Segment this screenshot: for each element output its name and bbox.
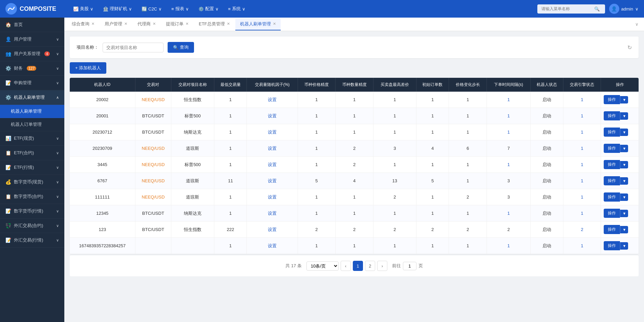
action-caret-btn[interactable]: ▼ xyxy=(620,210,628,217)
factor-link[interactable]: 设置 xyxy=(268,146,277,151)
factor-cell[interactable]: 设置 xyxy=(247,92,298,108)
sidebar-item-home[interactable]: 🏠 首页 xyxy=(0,18,64,32)
search-input[interactable] xyxy=(541,6,592,11)
tab-robot-orders[interactable]: 机器人刷单管理 ✕ xyxy=(235,18,281,30)
action-main-btn[interactable]: 操作 xyxy=(604,128,620,137)
nav-item-config[interactable]: ⚙️ 配置 ∨ xyxy=(194,4,223,14)
action-caret-btn[interactable]: ▼ xyxy=(620,145,628,152)
action-button-wrap[interactable]: 操作 ▼ xyxy=(604,241,636,250)
action-caret-btn[interactable]: ▼ xyxy=(620,129,628,136)
tab-withdraw[interactable]: 提现订单 ✕ xyxy=(161,18,193,30)
tab-close-robot[interactable]: ✕ xyxy=(273,22,276,26)
action-main-btn[interactable]: 操作 xyxy=(604,160,620,169)
sidebar-item-relations[interactable]: 👥 用户关系管理 4 ∨ xyxy=(0,47,64,61)
factor-link[interactable]: 设置 xyxy=(268,130,277,135)
sidebar-item-forex-market[interactable]: 📝 外汇交易(行情) ∨ xyxy=(0,233,64,248)
next-page-button[interactable]: › xyxy=(377,261,387,271)
action-cell[interactable]: 操作 ▼ xyxy=(601,92,639,108)
action-caret-btn[interactable]: ▼ xyxy=(620,242,628,250)
tab-close-agent[interactable]: ✕ xyxy=(153,22,156,26)
action-button-wrap[interactable]: 操作 ▼ xyxy=(604,144,636,153)
action-button-wrap[interactable]: 操作 ▼ xyxy=(604,225,636,234)
sidebar-item-crypto-market[interactable]: 📝 数字货币(行情) ∨ xyxy=(0,204,64,218)
tab-close-withdraw[interactable]: ✕ xyxy=(186,22,189,26)
add-robot-button[interactable]: + 添加机器人 xyxy=(70,62,106,74)
action-cell[interactable]: 操作 ▼ xyxy=(601,124,639,140)
action-button-wrap[interactable]: 操作 ▼ xyxy=(604,95,636,104)
action-caret-btn[interactable]: ▼ xyxy=(620,161,628,168)
action-button-wrap[interactable]: 操作 ▼ xyxy=(604,176,636,185)
factor-link[interactable]: 设置 xyxy=(268,211,277,216)
action-button-wrap[interactable]: 操作 ▼ xyxy=(604,160,636,169)
action-caret-btn[interactable]: ▼ xyxy=(620,226,628,233)
tab-close-user[interactable]: ✕ xyxy=(124,22,127,26)
sidebar-item-users[interactable]: 👤 用户管理 ∨ xyxy=(0,32,64,47)
nav-item-system[interactable]: ≡ 系统 ∨ xyxy=(224,4,250,14)
factor-cell[interactable]: 设置 xyxy=(247,140,298,157)
tab-close-general[interactable]: ✕ xyxy=(91,22,94,26)
action-cell[interactable]: 操作 ▼ xyxy=(601,173,639,189)
factor-link[interactable]: 设置 xyxy=(268,243,277,248)
action-button-wrap[interactable]: 操作 ▼ xyxy=(604,209,636,218)
sidebar-item-etf-contract[interactable]: 📋 ETF(合约) ∨ xyxy=(0,146,64,160)
action-main-btn[interactable]: 操作 xyxy=(604,111,620,120)
factor-cell[interactable]: 设置 xyxy=(247,157,298,173)
tab-etf-total[interactable]: ETF总类管理 ✕ xyxy=(194,18,235,30)
factor-cell[interactable]: 设置 xyxy=(247,205,298,222)
action-cell[interactable]: 操作 ▼ xyxy=(601,189,639,205)
factor-link[interactable]: 设置 xyxy=(268,227,277,232)
factor-link[interactable]: 设置 xyxy=(268,194,277,200)
factor-cell[interactable]: 设置 xyxy=(247,238,298,254)
action-cell[interactable]: 操作 ▼ xyxy=(601,222,639,238)
tab-general-query[interactable]: 综合查询 ✕ xyxy=(67,18,99,30)
action-cell[interactable]: 操作 ▼ xyxy=(601,205,639,222)
action-main-btn[interactable]: 操作 xyxy=(604,95,620,104)
sidebar-sub-robot-order-mgmt[interactable]: 机器人订单管理 xyxy=(0,118,64,131)
user-area[interactable]: 👤 admin ∨ xyxy=(609,4,639,14)
sidebar-item-forex-contract[interactable]: 💱 外汇交易(合约) ∨ xyxy=(0,218,64,233)
prev-page-button[interactable]: ‹ xyxy=(341,261,351,271)
action-button-wrap[interactable]: 操作 ▼ xyxy=(604,192,636,202)
action-cell[interactable]: 操作 ▼ xyxy=(601,157,639,173)
action-button-wrap[interactable]: 操作 ▼ xyxy=(604,111,636,120)
factor-cell[interactable]: 设置 xyxy=(247,173,298,189)
factor-cell[interactable]: 设置 xyxy=(247,108,298,124)
sidebar-item-etf-spot[interactable]: 📊 ETF(现货) ∨ xyxy=(0,131,64,146)
sidebar-item-finance[interactable]: ⚙️ 财务 127 ∨ xyxy=(0,61,64,76)
search-button[interactable]: 🔍 查询 xyxy=(168,42,194,53)
action-caret-btn[interactable]: ▼ xyxy=(620,193,628,201)
nav-item-mining[interactable]: 🏦 理财矿机 ∨ xyxy=(99,4,136,14)
sidebar-item-etf-market[interactable]: 📝 ETF(行情) ∨ xyxy=(0,160,64,175)
factor-cell[interactable]: 设置 xyxy=(247,189,298,205)
goto-input[interactable] xyxy=(403,262,416,270)
sidebar-item-subscription[interactable]: 📝 申购管理 ∨ xyxy=(0,76,64,90)
action-caret-btn[interactable]: ▼ xyxy=(620,177,628,185)
action-cell[interactable]: 操作 ▼ xyxy=(601,108,639,124)
factor-link[interactable]: 设置 xyxy=(268,97,277,102)
sidebar-item-robot[interactable]: ⚙️ 机器人刷单管理 ∧ xyxy=(0,90,64,105)
filter-project-input[interactable] xyxy=(103,43,164,52)
page-size-select[interactable]: 10条/页 20条/页 50条/页 xyxy=(306,261,339,271)
factor-cell[interactable]: 设置 xyxy=(247,222,298,238)
nav-item-report[interactable]: ≡ 报表 ∨ xyxy=(167,4,193,14)
nav-item-stocks[interactable]: 📈 美股 ∨ xyxy=(69,4,98,14)
sidebar-sub-robot-orders[interactable]: 机器人刷单管理 xyxy=(0,105,64,118)
action-caret-btn[interactable]: ▼ xyxy=(620,96,628,104)
search-box[interactable]: 🔍 xyxy=(537,4,605,14)
action-main-btn[interactable]: 操作 xyxy=(604,241,620,250)
sidebar-item-crypto-spot[interactable]: 💰 数字货币(现货) ∨ xyxy=(0,175,64,189)
tab-user-mgmt[interactable]: 用户管理 ✕ xyxy=(100,18,132,30)
action-main-btn[interactable]: 操作 xyxy=(604,176,620,185)
sidebar-item-crypto-contract[interactable]: 📋 数字货币(合约) ∨ xyxy=(0,189,64,204)
factor-cell[interactable]: 设置 xyxy=(247,124,298,140)
tab-close-etf[interactable]: ✕ xyxy=(227,22,230,26)
nav-item-c2c[interactable]: 🔄 C2C ∨ xyxy=(137,4,166,14)
action-main-btn[interactable]: 操作 xyxy=(604,144,620,153)
refresh-button[interactable]: ↻ xyxy=(627,44,632,51)
tab-agent[interactable]: 代理商 ✕ xyxy=(133,18,160,30)
page-2-button[interactable]: 2 xyxy=(365,261,375,271)
page-1-button[interactable]: 1 xyxy=(353,261,363,271)
action-caret-btn[interactable]: ▼ xyxy=(620,112,628,120)
tab-more-button[interactable]: ∨ xyxy=(632,20,641,28)
action-cell[interactable]: 操作 ▼ xyxy=(601,140,639,157)
